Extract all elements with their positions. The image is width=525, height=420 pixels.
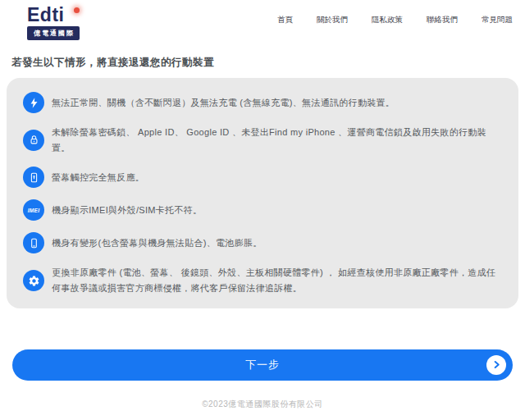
next-button[interactable]: 下一步 xyxy=(12,349,513,381)
conditions-list: 無法正常開、關機（含不斷閃退）及無法充電 (含無線充電)、無法通訊的行動裝置。 … xyxy=(7,78,518,308)
header: Edti 億電通國際 首頁關於我們隱私政策聯絡我們常見問題 xyxy=(0,0,525,40)
nav-item[interactable]: 常見問題 xyxy=(482,15,513,25)
phone-icon xyxy=(28,237,40,249)
condition-icon-circle xyxy=(23,130,44,151)
lightning-icon xyxy=(28,97,40,109)
condition-text: 螢幕觸控完全無反應。 xyxy=(52,170,144,185)
condition-icon-circle: IMEI xyxy=(23,199,44,221)
nav-item[interactable]: 首頁 xyxy=(277,15,293,25)
logo-badge: 億電通國際 xyxy=(27,26,80,40)
copyright-text: ©2023億電通國際股份有限公司 xyxy=(202,399,323,409)
condition-item: 無法正常開、關機（含不斷閃退）及無法充電 (含無線充電)、無法通訊的行動裝置。 xyxy=(23,92,502,113)
condition-text: 機身顯示IMEI與外殼/SIM卡托不符。 xyxy=(52,203,202,218)
gear-icon xyxy=(28,275,40,287)
logo-text: Edti xyxy=(27,6,64,25)
next-button-label: 下一步 xyxy=(245,358,280,371)
nav-item[interactable]: 關於我們 xyxy=(317,15,348,25)
phone-touch-icon xyxy=(28,171,40,184)
nav: 首頁關於我們隱私政策聯絡我們常見問題 xyxy=(277,6,513,25)
lock-icon xyxy=(28,134,40,146)
footer: ©2023億電通國際股份有限公司 xyxy=(0,399,525,410)
condition-item: 機身有變形(包含螢幕與機身無法貼合)、電池膨脹。 xyxy=(23,232,502,253)
condition-icon-circle xyxy=(23,167,44,188)
condition-text: 更換非原廠零件 (電池、螢幕、 後鏡頭、外殼、主板相關硬體零件) ， 如經查核使… xyxy=(52,265,502,295)
chevron-right-icon xyxy=(486,355,506,375)
condition-icon-circle xyxy=(23,232,44,253)
condition-item: IMEI 機身顯示IMEI與外殼/SIM卡托不符。 xyxy=(23,199,502,221)
logo[interactable]: Edti 億電通國際 xyxy=(27,6,81,40)
condition-text: 未解除螢幕密碼鎖、 Apple ID、 Google ID 、未登出Find m… xyxy=(52,125,502,155)
condition-item: 未解除螢幕密碼鎖、 Apple ID、 Google ID 、未登出Find m… xyxy=(23,125,502,155)
condition-icon-circle xyxy=(23,92,44,113)
page-title: 若發生以下情形，將直接退還您的行動裝置 xyxy=(11,56,525,70)
nav-item[interactable]: 隱私政策 xyxy=(372,15,403,25)
condition-item: 更換非原廠零件 (電池、螢幕、 後鏡頭、外殼、主板相關硬體零件) ， 如經查核使… xyxy=(23,265,502,295)
condition-item: 螢幕觸控完全無反應。 xyxy=(23,167,502,188)
condition-text: 機身有變形(包含螢幕與機身無法貼合)、電池膨脹。 xyxy=(52,235,262,251)
nav-item[interactable]: 聯絡我們 xyxy=(427,15,458,25)
logo-dot-icon xyxy=(74,7,80,13)
page: Edti 億電通國際 首頁關於我們隱私政策聯絡我們常見問題 若發生以下情形，將直… xyxy=(0,0,525,420)
condition-icon-circle xyxy=(23,270,44,291)
condition-text: 無法正常開、關機（含不斷閃退）及無法充電 (含無線充電)、無法通訊的行動裝置。 xyxy=(52,95,395,111)
imei-icon: IMEI xyxy=(28,208,40,213)
